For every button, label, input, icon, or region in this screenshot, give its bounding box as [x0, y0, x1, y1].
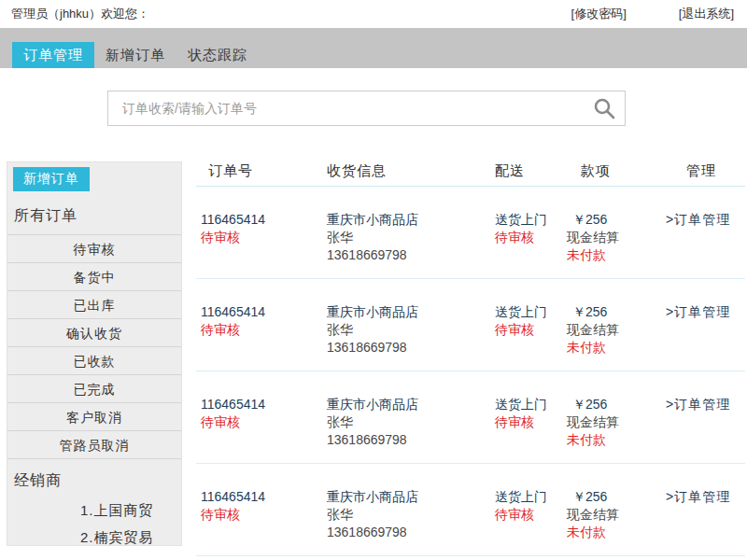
search-input[interactable] [107, 91, 626, 126]
order-no: 116465414 [201, 211, 327, 229]
sidebar-item-admin-cancelled[interactable]: 管路员取消 [7, 430, 181, 458]
sidebar-item-paid[interactable]: 已收款 [7, 346, 181, 374]
table-row: 116465414 待审核 重庆市小商品店 张华 13618669798 送货上… [196, 464, 745, 556]
header-order-no: 订单号 [196, 159, 327, 186]
search-icon[interactable] [592, 96, 616, 120]
payment-status: 未付款 [567, 246, 666, 264]
order-amount: ￥256 [567, 303, 666, 321]
logout-link[interactable]: [退出系统] [679, 6, 734, 22]
sidebar-item-shipped-out[interactable]: 已出库 [7, 290, 181, 318]
phone-number: 13618669798 [327, 431, 488, 449]
receiver-name: 张华 [327, 413, 488, 431]
delivery-status: 待审核 [495, 229, 567, 246]
header-shipping-info: 收货信息 [327, 159, 488, 186]
header-delivery: 配送 [488, 159, 567, 186]
receiver-name: 张华 [327, 321, 488, 339]
manage-order-link[interactable]: >订单管理 [666, 304, 730, 319]
sidebar-item-confirm-receipt[interactable]: 确认收货 [7, 318, 181, 346]
phone-number: 13618669798 [327, 339, 488, 357]
dealer-list: 1.上国商贸 2.楠宾贸易 [7, 497, 181, 551]
topbar-links: [修改密码] [退出系统] [571, 6, 734, 22]
order-no: 116465414 [201, 396, 327, 413]
manage-order-link[interactable]: >订单管理 [666, 212, 730, 227]
manage-order-link[interactable]: >订单管理 [666, 397, 730, 412]
dealer-item-1[interactable]: 1.上国商贸 [7, 497, 181, 524]
phone-number: 13618669798 [327, 524, 488, 541]
order-no: 116465414 [201, 488, 327, 506]
order-no: 116465414 [201, 303, 327, 321]
manage-order-link[interactable]: >订单管理 [666, 489, 730, 504]
dealer-item-2[interactable]: 2.楠宾贸易 [7, 524, 181, 551]
search-bar [107, 91, 626, 126]
orders-table: 订单号 收货信息 配送 款项 管理 116465414 待审核 重庆市小商品店 … [196, 159, 745, 556]
payment-method: 现金结算 [567, 229, 666, 246]
welcome-text: 管理员（jhhku）欢迎您： [11, 6, 149, 22]
payment-status: 未付款 [567, 524, 666, 541]
shop-name: 重庆市小商品店 [327, 488, 488, 506]
shop-name: 重庆市小商品店 [327, 396, 488, 413]
header-manage: 管理 [666, 159, 745, 186]
tab-order-management[interactable]: 订单管理 [12, 42, 94, 68]
shop-name: 重庆市小商品店 [327, 303, 488, 321]
dealers-heading: 经销商 [14, 471, 181, 491]
sidebar-item-customer-cancelled[interactable]: 客户取消 [7, 402, 181, 430]
receiver-name: 张华 [327, 229, 488, 246]
delivery-method: 送货上门 [495, 211, 567, 229]
delivery-status: 待审核 [495, 321, 567, 339]
tab-new-order[interactable]: 新增订单 [94, 42, 176, 68]
order-status: 待审核 [201, 229, 327, 246]
order-amount: ￥256 [567, 396, 666, 413]
all-orders-heading: 所有订单 [14, 206, 181, 226]
delivery-status: 待审核 [495, 506, 567, 524]
shop-name: 重庆市小商品店 [327, 211, 488, 229]
receiver-name: 张华 [327, 506, 488, 524]
payment-status: 未付款 [567, 339, 666, 357]
phone-number: 13618669798 [327, 246, 488, 264]
header-payment: 款项 [567, 159, 666, 186]
table-header-row: 订单号 收货信息 配送 款项 管理 [196, 159, 745, 187]
topbar: 管理员（jhhku）欢迎您： [修改密码] [退出系统] [0, 0, 747, 28]
table-row: 116465414 待审核 重庆市小商品店 张华 13618669798 送货上… [196, 371, 745, 464]
new-order-button[interactable]: 新增订单 [13, 167, 90, 191]
order-status: 待审核 [201, 506, 327, 524]
order-amount: ￥256 [567, 488, 666, 506]
table-row: 116465414 待审核 重庆市小商品店 张华 13618669798 送货上… [196, 279, 745, 371]
sidebar: 新增订单 所有订单 待审核 备货中 已出库 确认收货 已收款 已完成 客户取消 … [7, 161, 182, 546]
sidebar-item-preparing[interactable]: 备货中 [7, 262, 181, 290]
tab-status-tracking[interactable]: 状态跟踪 [176, 42, 259, 68]
order-status-list: 待审核 备货中 已出库 确认收货 已收款 已完成 客户取消 管路员取消 [7, 234, 181, 459]
tab-bar: 订单管理 新增订单 状态跟踪 [0, 28, 747, 68]
delivery-status: 待审核 [495, 413, 567, 431]
delivery-method: 送货上门 [495, 488, 567, 506]
delivery-method: 送货上门 [495, 303, 567, 321]
payment-method: 现金结算 [567, 321, 666, 339]
payment-status: 未付款 [567, 431, 666, 449]
order-amount: ￥256 [567, 211, 666, 229]
sidebar-item-completed[interactable]: 已完成 [7, 374, 181, 402]
payment-method: 现金结算 [567, 413, 666, 431]
delivery-method: 送货上门 [495, 396, 567, 413]
sidebar-item-pending-review[interactable]: 待审核 [7, 234, 181, 262]
change-password-link[interactable]: [修改密码] [571, 6, 627, 22]
payment-method: 现金结算 [567, 506, 666, 524]
order-status: 待审核 [201, 413, 327, 431]
order-status: 待审核 [201, 321, 327, 339]
table-row: 116465414 待审核 重庆市小商品店 张华 13618669798 送货上… [196, 187, 745, 279]
